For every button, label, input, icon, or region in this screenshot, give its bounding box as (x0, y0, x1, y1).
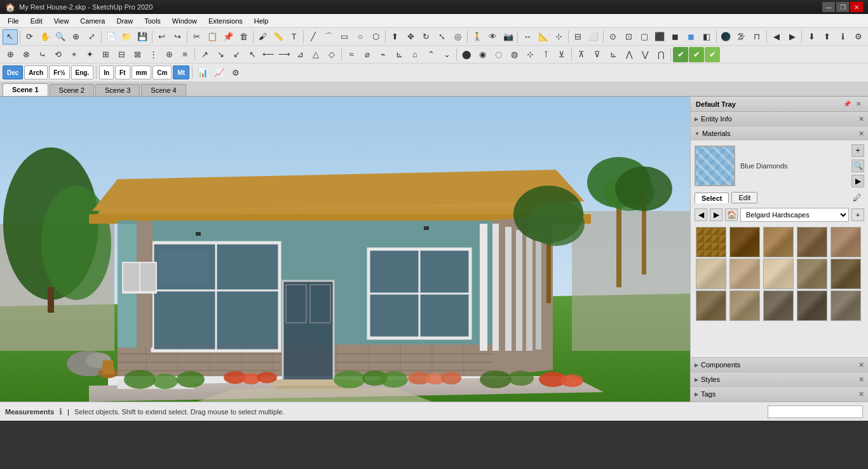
material-forward-btn[interactable]: ▶ (710, 208, 722, 221)
fog-btn[interactable]: 🌫 (734, 29, 749, 44)
tb2-btn-10[interactable]: ⋮ (146, 47, 161, 62)
tb2-btn-16[interactable]: ↖ (245, 47, 260, 62)
unit-dec-btn[interactable]: Dec (3, 65, 23, 79)
scene-tab-1[interactable]: Scene 1 (3, 83, 48, 96)
rect-btn[interactable]: ▭ (337, 29, 353, 44)
title-bar-controls[interactable]: — ❐ ✕ (822, 2, 863, 12)
menu-camera[interactable]: Camera (75, 16, 110, 26)
material-category-select[interactable]: Belgard Hardscapes Asphalt and Concrete … (740, 208, 849, 222)
materials-select-tab[interactable]: Select (695, 193, 729, 203)
swatch-12[interactable] (729, 290, 760, 321)
model-info-btn[interactable]: ℹ (835, 29, 850, 44)
zoom-extents-tool[interactable]: ⤢ (85, 29, 100, 44)
paint-brush-icon[interactable]: 🖊 (850, 191, 864, 204)
move-btn[interactable]: ✥ (403, 29, 419, 44)
tb2-btn-20[interactable]: △ (308, 47, 323, 62)
unit-arch-btn[interactable]: Arch (24, 65, 48, 79)
info-icon[interactable]: ℹ (59, 407, 62, 416)
unit-cm-btn[interactable]: Cm (153, 65, 172, 79)
circle-btn[interactable]: ○ (353, 29, 368, 44)
tb2-btn-14[interactable]: ↘ (213, 47, 228, 62)
tb2-btn-29[interactable]: ⬤ (459, 47, 474, 62)
save-btn[interactable]: 💾 (135, 29, 150, 44)
tb2-btn-42[interactable]: ✔ (673, 47, 688, 62)
tb2-btn-38[interactable]: ⊾ (606, 47, 621, 62)
tb2-btn-40[interactable]: ⋁ (637, 47, 653, 62)
paint-btn[interactable]: 🖌 (255, 29, 271, 44)
swatch-6[interactable] (696, 259, 726, 289)
arc-btn[interactable]: ⌒ (322, 29, 337, 44)
tb2-btn-18[interactable]: ⟶ (276, 47, 292, 62)
walk-btn[interactable]: 🚶 (470, 29, 485, 44)
swatch-13[interactable] (763, 290, 794, 321)
swatch-9[interactable] (797, 259, 827, 289)
close-button[interactable]: ✕ (850, 2, 863, 12)
tb2-btn-37[interactable]: ⊽ (590, 47, 605, 62)
tb2-btn-15[interactable]: ↙ (229, 47, 244, 62)
measure-btn[interactable]: 📏 (271, 29, 286, 44)
settings-btn[interactable]: ⚙ (228, 65, 243, 80)
scene-tab-2[interactable]: Scene 2 (50, 84, 94, 96)
prev-scene-btn[interactable]: ◀ (769, 29, 784, 44)
tb2-btn-28[interactable]: ⌄ (439, 47, 454, 62)
scene-tab-3[interactable]: Scene 3 (95, 84, 140, 96)
entity-info-header[interactable]: ▶ Entity Info ✕ (691, 112, 868, 126)
viewport[interactable] (0, 97, 690, 402)
menu-tools[interactable]: Tools (139, 16, 166, 26)
tb2-btn-31[interactable]: ◌ (491, 47, 506, 62)
tb2-btn-9[interactable]: ⊠ (130, 47, 145, 62)
hidden-line-btn[interactable]: ⬛ (653, 29, 668, 44)
material-add-btn[interactable]: + (851, 208, 864, 221)
erase-btn[interactable]: 🗑 (236, 29, 251, 44)
preferences-btn[interactable]: ⚙ (851, 29, 866, 44)
styles-header[interactable]: ▶ Styles ✕ (691, 372, 868, 386)
swatch-5[interactable] (831, 227, 861, 257)
export-btn[interactable]: ⬆ (820, 29, 835, 44)
components-close[interactable]: ✕ (858, 361, 864, 369)
tags-close[interactable]: ✕ (858, 390, 864, 398)
unit-ft-btn[interactable]: Ft (115, 65, 130, 79)
unit-in-btn[interactable]: In (99, 65, 114, 79)
unit-mt-btn[interactable]: Mt (173, 65, 189, 79)
look-around-btn[interactable]: 👁 (485, 29, 500, 44)
tb2-btn-12[interactable]: ≡ (177, 47, 193, 62)
tray-pin-button[interactable]: 📌 (843, 100, 851, 109)
scale-btn[interactable]: ⤡ (435, 29, 450, 44)
swatch-1[interactable] (696, 227, 726, 257)
xray-btn[interactable]: ⊙ (606, 29, 621, 44)
copy-btn[interactable]: 📋 (205, 29, 220, 44)
measurements-input[interactable] (768, 405, 863, 418)
tb2-btn-41[interactable]: ⋂ (653, 47, 668, 62)
cut-btn[interactable]: ✂ (189, 29, 205, 44)
select-tool[interactable]: ↖ (3, 29, 18, 44)
orbit-tool[interactable]: ⟳ (22, 29, 37, 44)
tb2-btn-22[interactable]: ≈ (344, 47, 359, 62)
text-btn[interactable]: T (287, 29, 302, 44)
new-btn[interactable]: 📄 (104, 29, 119, 44)
swatch-11[interactable] (696, 290, 726, 321)
tb2-btn-25[interactable]: ⊾ (391, 47, 407, 62)
material-sample-btn[interactable]: 🔍 (851, 160, 864, 172)
protractor-btn[interactable]: 📐 (536, 29, 551, 44)
unit-frac-btn[interactable]: Fr½ (49, 65, 69, 79)
material-create-btn[interactable]: + (851, 144, 864, 157)
tb2-btn-8[interactable]: ⊟ (114, 47, 129, 62)
swatch-15[interactable] (831, 290, 861, 321)
tb2-btn-4[interactable]: ⟲ (50, 47, 65, 62)
menu-extensions[interactable]: Extensions (203, 16, 248, 26)
tb2-btn-19[interactable]: ⊿ (292, 47, 308, 62)
tb2-btn-34[interactable]: ⊺ (538, 47, 553, 62)
pan-tool[interactable]: ✋ (37, 29, 53, 44)
menu-view[interactable]: View (49, 16, 74, 26)
zoom-window-tool[interactable]: ⊕ (69, 29, 84, 44)
minimize-button[interactable]: — (822, 2, 835, 12)
ground-btn[interactable]: ⊓ (750, 29, 765, 44)
axes-btn[interactable]: ⊹ (551, 29, 566, 44)
menu-draw[interactable]: Draw (111, 16, 138, 26)
swatch-10[interactable] (831, 259, 861, 289)
materials-header[interactable]: ▼ Materials ✕ (691, 126, 868, 140)
polygon-btn[interactable]: ⬡ (369, 29, 384, 44)
swatch-7[interactable] (729, 259, 760, 289)
shaded-btn[interactable]: ◼ (668, 29, 683, 44)
position-camera-btn[interactable]: 📷 (501, 29, 516, 44)
